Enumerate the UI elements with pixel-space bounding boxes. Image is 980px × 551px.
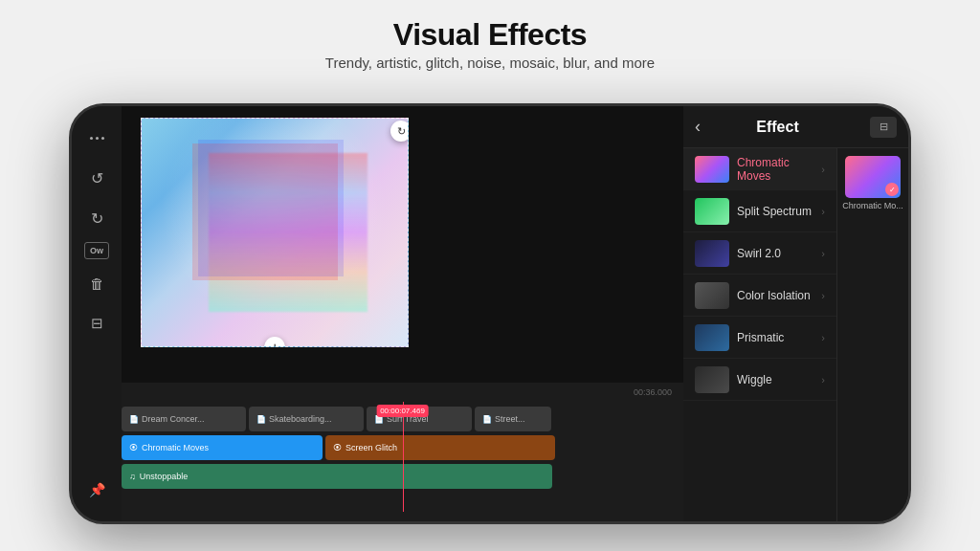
clip-unstoppable-label: Unstoppable xyxy=(140,472,189,481)
effect-item-swirl[interactable]: Swirl 2.0 › xyxy=(683,232,836,275)
effect-name-wiggle: Wiggle xyxy=(737,373,821,386)
effect-name-prismatic: Prismatic xyxy=(737,331,821,344)
effect-item-chromatic[interactable]: Chromatic Moves › xyxy=(683,148,836,190)
clip-skateboard-label: Skateboarding... xyxy=(269,414,332,424)
chevron-icon-prismatic: › xyxy=(821,332,825,343)
left-sidebar: ↺ ↻ Ow 🗑 ⊟ 📌 xyxy=(72,106,122,521)
sidebar-overlay-icon[interactable]: Ow xyxy=(84,242,109,259)
chevron-icon-split: › xyxy=(821,206,825,217)
rotate-handle[interactable]: ↻ xyxy=(390,121,409,142)
chevron-icon-swirl: › xyxy=(821,248,825,259)
effect-item-isolation[interactable]: Color Isolation › xyxy=(683,275,836,317)
effect-item-wiggle[interactable]: Wiggle › xyxy=(683,359,836,401)
effect-name-split: Split Spectrum xyxy=(737,205,821,218)
playhead-line xyxy=(403,402,405,512)
sidebar-adjust-icon[interactable]: ⊟ xyxy=(80,307,113,340)
clip-street-label: Street... xyxy=(495,414,525,424)
clip-unstoppable[interactable]: ♫ Unstoppable xyxy=(122,464,552,489)
timeline-tracks: 00:00:07.469 📄 Dream Concer... 📄 Skatebo… xyxy=(122,402,683,512)
effect-thumb-chromatic xyxy=(695,156,729,183)
video-canvas: ↻ ✛ xyxy=(141,118,409,347)
effect-list: Chromatic Moves › Split Spectrum › Swirl… xyxy=(683,148,836,521)
effect-thumb-swirl xyxy=(695,240,729,267)
clip-chromatic-label: Chromatic Moves xyxy=(142,443,209,452)
chevron-icon-wiggle: › xyxy=(821,374,825,386)
video-preview-area[interactable]: ↻ ✛ xyxy=(122,106,683,383)
back-button[interactable]: ‹ xyxy=(695,117,701,137)
playhead-time: 00:00:07.469 xyxy=(376,405,429,417)
clip-screenglitch-label: Screen Glitch xyxy=(345,443,397,452)
panel-header: ‹ Effect ⊟ xyxy=(683,106,908,148)
selected-effect-preview: ✓ xyxy=(845,156,901,198)
sidebar-more-icon[interactable] xyxy=(80,121,113,154)
page-header: Visual Effects Trendy, artistic, glitch,… xyxy=(325,0,655,77)
preview-checkmark: ✓ xyxy=(885,183,899,196)
phone-device: ↺ ↻ Ow 🗑 ⊟ 📌 ↻ ✛ xyxy=(69,103,911,524)
timeline-ruler: 00:36.000 xyxy=(122,383,683,402)
clip-street[interactable]: 📄 Street... xyxy=(475,407,551,431)
panel-icon[interactable]: ⊟ xyxy=(870,117,897,138)
main-content: ↻ ✛ 00:36.000 00:00:07.469 📄 xyxy=(122,106,683,521)
timeline-end-time: 00:36.000 xyxy=(634,387,672,397)
chevron-icon-chromatic: › xyxy=(821,164,825,175)
page-title: Visual Effects xyxy=(325,17,655,53)
effect-thumb-split xyxy=(695,198,729,225)
effect-name-swirl: Swirl 2.0 xyxy=(737,247,821,260)
sidebar-redo-icon[interactable]: ↻ xyxy=(80,202,113,234)
effect-thumb-prismatic xyxy=(695,324,729,351)
clip-screen-glitch[interactable]: ⦿ Screen Glitch xyxy=(325,435,555,460)
page-subtitle: Trendy, artistic, glitch, noise, mosaic,… xyxy=(325,55,655,71)
effect-item-split[interactable]: Split Spectrum › xyxy=(683,190,836,232)
sidebar-pin-icon[interactable]: 📌 xyxy=(80,474,113,506)
selected-effect-label: Chromatic Mo... xyxy=(840,201,905,210)
effect-thumb-isolation xyxy=(695,282,729,309)
panel-icon-symbol: ⊟ xyxy=(880,121,888,133)
clip-dream[interactable]: 📄 Dream Concer... xyxy=(122,407,246,431)
glitch-shift-blue xyxy=(198,140,345,276)
panel-title: Effect xyxy=(708,119,847,136)
effect-item-prismatic[interactable]: Prismatic › xyxy=(683,317,836,359)
clip-skateboard[interactable]: 📄 Skateboarding... xyxy=(249,407,364,431)
effect-name-isolation: Color Isolation xyxy=(737,289,821,302)
clip-dream-label: Dream Concer... xyxy=(142,414,205,424)
right-panel: ‹ Effect ⊟ Chromatic Moves › Split S xyxy=(683,106,908,521)
effect-thumb-wiggle xyxy=(695,366,729,393)
timeline-area[interactable]: 00:36.000 00:00:07.469 📄 Dream Concer...… xyxy=(122,383,683,521)
phone-wrapper: ↺ ↻ Ow 🗑 ⊟ 📌 ↻ ✛ xyxy=(69,77,911,551)
clip-chromatic-moves[interactable]: ⦿ Chromatic Moves xyxy=(122,435,323,460)
sidebar-undo-icon[interactable]: ↺ xyxy=(80,162,113,194)
chevron-icon-isolation: › xyxy=(821,290,825,301)
sidebar-delete-icon[interactable]: 🗑 xyxy=(80,267,113,299)
effect-name-chromatic: Chromatic Moves xyxy=(737,156,821,183)
